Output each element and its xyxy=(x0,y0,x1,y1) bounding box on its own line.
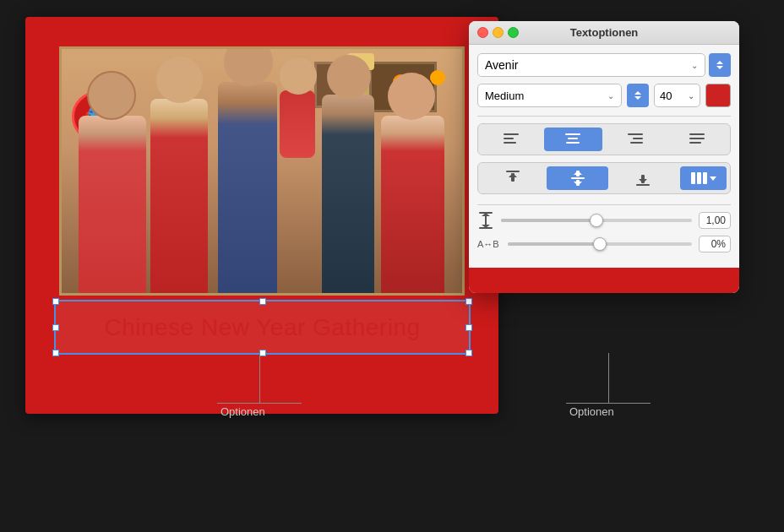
font-size-select[interactable]: 40 ⌄ xyxy=(654,84,700,107)
figure-woman xyxy=(150,99,208,293)
spinner-up-icon xyxy=(716,61,723,64)
traffic-lights xyxy=(477,27,519,38)
font-style-value: Medium xyxy=(485,90,524,102)
resize-handle-ml[interactable] xyxy=(52,324,59,331)
resize-handle-br[interactable] xyxy=(466,350,472,356)
char-spacing-row: A↔B 0% xyxy=(477,236,731,252)
figure-woman-head xyxy=(156,57,203,103)
close-button[interactable] xyxy=(477,27,488,38)
svg-rect-15 xyxy=(571,177,585,179)
valign-middle-icon xyxy=(571,171,585,186)
font-size-chevron: ⌄ xyxy=(688,91,694,100)
callout-label-left: Optionen xyxy=(217,404,269,420)
align-justify-icon xyxy=(689,133,705,145)
svg-rect-9 xyxy=(689,133,705,135)
figure-baby-head xyxy=(280,57,317,95)
figure-man-back xyxy=(218,82,277,293)
figure-teen xyxy=(322,95,374,293)
bottom-bar xyxy=(0,452,784,532)
minimize-button[interactable] xyxy=(493,27,504,38)
line-spacing-track[interactable] xyxy=(501,219,692,222)
text-options-panel: Textoptionen Avenir ⌄ Medium ⌄ xyxy=(469,21,739,293)
line-spacing-row: 1,00 xyxy=(477,212,731,229)
valign-bottom-button[interactable] xyxy=(612,166,673,190)
font-color-swatch[interactable] xyxy=(705,84,731,107)
svg-rect-0 xyxy=(504,133,519,135)
align-left-button[interactable] xyxy=(482,128,541,151)
text-box-selected[interactable]: Chinese New Year Gathering xyxy=(54,300,471,355)
panel-body: Avenir ⌄ Medium ⌄ 40 ⌄ xyxy=(469,45,739,268)
font-style-chevron: ⌄ xyxy=(607,91,614,100)
panel-titlebar: Textoptionen xyxy=(469,21,739,45)
valign-bottom-icon xyxy=(636,171,650,186)
line-spacing-fill xyxy=(501,219,596,222)
valign-top-icon xyxy=(506,171,520,186)
align-center-icon xyxy=(565,133,580,145)
resize-handle-mr[interactable] xyxy=(466,324,472,331)
maximize-button[interactable] xyxy=(508,27,519,38)
svg-rect-2 xyxy=(504,142,516,144)
svg-rect-20 xyxy=(636,184,650,186)
svg-rect-12 xyxy=(506,171,520,172)
svg-marker-19 xyxy=(574,182,582,186)
svg-rect-4 xyxy=(568,138,578,139)
divider-2 xyxy=(477,204,731,205)
align-right-icon xyxy=(628,133,643,145)
figure-grandma xyxy=(381,116,444,293)
font-family-select[interactable]: Avenir ⌄ xyxy=(477,53,705,77)
font-family-row: Avenir ⌄ xyxy=(477,53,731,77)
svg-marker-18 xyxy=(574,171,582,175)
vertical-align-row xyxy=(477,162,731,194)
valign-middle-button[interactable] xyxy=(547,166,608,190)
font-style-select[interactable]: Medium ⌄ xyxy=(477,84,622,107)
align-center-button[interactable] xyxy=(544,128,603,151)
svg-rect-8 xyxy=(630,142,643,144)
line-spacing-value: 1,00 xyxy=(699,212,731,229)
columns-chevron-icon xyxy=(710,176,716,181)
line-spacing-thumb[interactable] xyxy=(590,214,603,227)
columns-button[interactable] xyxy=(680,166,727,190)
spinner-down-icon xyxy=(716,66,723,69)
panel-bottom-strip xyxy=(469,268,739,293)
figure-grandma-head xyxy=(388,73,435,120)
resize-handle-tl[interactable] xyxy=(52,298,59,305)
panel-title: Textoptionen xyxy=(570,26,639,39)
align-left-icon xyxy=(504,133,519,145)
font-family-spinner[interactable] xyxy=(709,53,731,77)
callout-line-right xyxy=(608,353,609,404)
font-style-row: Medium ⌄ 40 ⌄ xyxy=(477,84,731,107)
font-family-chevron: ⌄ xyxy=(691,61,698,70)
char-spacing-label: A↔B xyxy=(477,239,501,249)
divider-1 xyxy=(477,116,731,117)
resize-handle-tm[interactable] xyxy=(259,298,266,305)
figure-baby xyxy=(280,90,315,158)
svg-rect-6 xyxy=(628,133,643,135)
resize-handle-bl[interactable] xyxy=(52,350,59,356)
font-family-value: Avenir xyxy=(485,58,518,72)
svg-rect-11 xyxy=(689,142,701,144)
font-style-spinner[interactable] xyxy=(627,84,649,107)
svg-rect-5 xyxy=(566,142,580,144)
horizontal-align-row xyxy=(477,123,731,155)
font-size-value: 40 xyxy=(660,90,672,102)
resize-handle-tr[interactable] xyxy=(466,298,472,305)
card-title-text: Chinese New Year Gathering xyxy=(104,314,420,341)
svg-rect-7 xyxy=(633,138,643,139)
char-spacing-thumb[interactable] xyxy=(593,237,607,251)
line-spacing-icon xyxy=(477,212,494,229)
svg-marker-22 xyxy=(639,179,647,183)
style-spinner-up xyxy=(634,91,641,95)
svg-marker-14 xyxy=(509,173,517,177)
style-spinner-down xyxy=(634,96,641,100)
align-justify-button[interactable] xyxy=(668,128,727,151)
callout-label-right: Optionen xyxy=(566,404,618,420)
align-right-button[interactable] xyxy=(606,128,665,151)
figure-grandpa xyxy=(79,116,146,293)
svg-rect-3 xyxy=(565,133,580,135)
valign-top-button[interactable] xyxy=(482,166,543,190)
char-spacing-track[interactable] xyxy=(508,242,692,246)
columns-icon xyxy=(691,172,707,184)
char-spacing-fill xyxy=(508,242,600,246)
figure-teen-head xyxy=(327,55,371,99)
callout-line-left xyxy=(259,353,260,404)
